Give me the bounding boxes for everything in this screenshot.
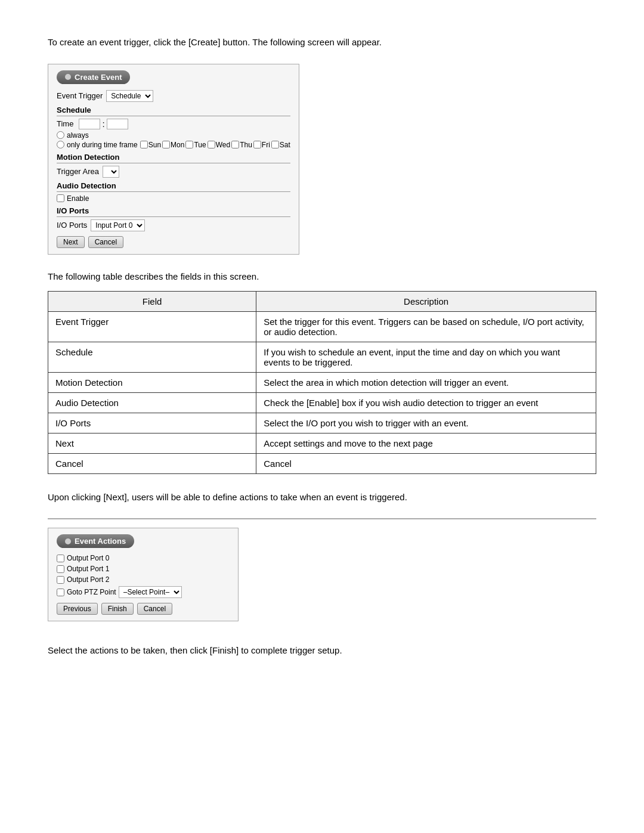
checkbox-mon[interactable]	[162, 141, 170, 148]
dot-icon	[65, 74, 71, 80]
action-checkbox-label-2: Output Port 2	[67, 575, 109, 584]
audio-detection-section-title: Audio Detection	[57, 181, 290, 192]
time-label: Time	[57, 119, 73, 128]
day-fri: Fri	[253, 141, 270, 149]
time-hour-input[interactable]	[79, 119, 100, 129]
intro-text: To create an event trigger, click the [C…	[48, 36, 596, 49]
checkbox-tue[interactable]	[185, 141, 193, 148]
table-cell-desc: Set the trigger for this event. Triggers…	[256, 311, 596, 342]
table-row: Motion DetectionSelect the area in which…	[48, 372, 596, 392]
table-description: The following table describes the fields…	[48, 271, 596, 281]
table-cell-desc: Select the area in which motion detectio…	[256, 372, 596, 392]
audio-enable-checkbox[interactable]	[57, 194, 64, 202]
table-cell-desc: Check the [Enable] box if you wish audio…	[256, 392, 596, 413]
goto-ptz-row: Goto PTZ Point –Select Point–	[57, 586, 226, 598]
table-row: CancelCancel	[48, 453, 596, 473]
radio-always[interactable]	[57, 131, 64, 139]
table-cell-desc: Accept settings and move to the next pag…	[256, 433, 596, 453]
day-sat: Sat	[271, 141, 290, 149]
event-actions-label: Event Actions	[75, 537, 126, 546]
ptz-point-select[interactable]: –Select Point–	[119, 586, 182, 598]
actions-panel-header: Event Actions	[57, 534, 226, 548]
actions-dot-icon	[65, 538, 71, 544]
action-checkbox-2[interactable]	[57, 576, 64, 584]
io-ports-row: I/O Ports Input Port 0	[57, 219, 290, 231]
table-cell-field: Cancel	[48, 453, 256, 473]
checkbox-sat[interactable]	[271, 141, 279, 148]
action-checkbox-label-0: Output Port 0	[67, 554, 109, 562]
checkbox-wed[interactable]	[208, 141, 215, 148]
action-checkbox-1[interactable]	[57, 565, 64, 573]
radio-always-label: always	[67, 131, 89, 140]
table-cell-field: Next	[48, 433, 256, 453]
action-checkbox-label-1: Output Port 1	[67, 565, 109, 573]
create-event-button[interactable]: Create Event	[57, 70, 130, 84]
actions-panel-wrapper: Event Actions Output Port 0Output Port 1…	[48, 518, 596, 638]
footer-text: Select the actions to be taken, then cli…	[48, 644, 596, 658]
table-cell-field: Audio Detection	[48, 392, 256, 413]
next-button[interactable]: Next	[57, 236, 85, 248]
checkbox-thu[interactable]	[231, 141, 239, 148]
table-cell-field: I/O Ports	[48, 413, 256, 433]
io-ports-select[interactable]: Input Port 0	[91, 219, 145, 231]
radio-timeframe[interactable]	[57, 141, 64, 148]
form-buttons: Next Cancel	[57, 236, 290, 248]
trigger-area-select[interactable]	[103, 166, 119, 178]
io-ports-section-title: I/O Ports	[57, 206, 290, 217]
action-checkbox-row: Output Port 1	[57, 565, 226, 573]
time-minute-input[interactable]	[107, 119, 128, 129]
table-row: ScheduleIf you wish to schedule an event…	[48, 342, 596, 372]
day-thu: Thu	[231, 141, 252, 149]
event-trigger-row: Event Trigger Schedule	[57, 90, 290, 102]
action-checkbox-row: Output Port 0	[57, 554, 226, 562]
audio-enable-label: Enable	[67, 194, 89, 203]
finish-button[interactable]: Finish	[101, 603, 134, 615]
trigger-area-label: Trigger Area	[57, 167, 99, 176]
table-row: I/O PortsSelect the I/O port you wish to…	[48, 413, 596, 433]
goto-ptz-checkbox[interactable]	[57, 589, 64, 596]
radio-timeframe-label: only during time frame	[67, 141, 138, 149]
trigger-area-row: Trigger Area	[57, 166, 290, 178]
checkbox-fri[interactable]	[253, 141, 261, 148]
panel-header: Create Event	[57, 70, 290, 84]
upon-clicking-text: Upon clicking [Next], users will be able…	[48, 491, 596, 504]
cancel-button-form[interactable]: Cancel	[88, 236, 123, 248]
table-row: Audio DetectionCheck the [Enable] box if…	[48, 392, 596, 413]
actions-checkboxes: Output Port 0Output Port 1Output Port 2	[57, 554, 226, 584]
day-checkboxes: Sun Mon Tue Wed Thu Fri Sat	[140, 141, 290, 149]
table-cell-field: Motion Detection	[48, 372, 256, 392]
event-trigger-label: Event Trigger	[57, 91, 103, 100]
cancel-button-actions[interactable]: Cancel	[137, 603, 172, 615]
day-sun: Sun	[140, 141, 161, 149]
create-event-label: Create Event	[75, 73, 122, 82]
audio-enable-row: Enable	[57, 194, 290, 203]
table-cell-desc: If you wish to schedule an event, input …	[256, 342, 596, 372]
schedule-section-title: Schedule	[57, 106, 290, 116]
io-ports-label: I/O Ports	[57, 221, 87, 230]
table-cell-field: Event Trigger	[48, 311, 256, 342]
checkbox-sun[interactable]	[140, 141, 148, 148]
goto-ptz-label: Goto PTZ Point	[67, 588, 116, 596]
motion-detection-section-title: Motion Detection	[57, 153, 290, 163]
table-header-field: Field	[48, 291, 256, 311]
time-row: Time :	[57, 119, 290, 129]
radio-always-row: always	[57, 131, 290, 140]
info-table: Field Description Event TriggerSet the t…	[48, 291, 596, 474]
table-header-desc: Description	[256, 291, 596, 311]
create-event-panel: Create Event Event Trigger Schedule Sche…	[48, 64, 299, 255]
time-colon: :	[102, 119, 104, 129]
actions-buttons: Previous Finish Cancel	[57, 603, 226, 615]
table-cell-field: Schedule	[48, 342, 256, 372]
day-mon: Mon	[162, 141, 184, 149]
day-wed: Wed	[208, 141, 230, 149]
event-actions-button[interactable]: Event Actions	[57, 534, 134, 548]
table-row: Event TriggerSet the trigger for this ev…	[48, 311, 596, 342]
event-actions-panel: Event Actions Output Port 0Output Port 1…	[48, 528, 239, 621]
action-checkbox-0[interactable]	[57, 555, 64, 562]
event-trigger-select[interactable]: Schedule	[106, 90, 153, 102]
action-checkbox-row: Output Port 2	[57, 575, 226, 584]
table-row: NextAccept settings and move to the next…	[48, 433, 596, 453]
day-tue: Tue	[185, 141, 206, 149]
radio-timeframe-row: only during time frame Sun Mon Tue Wed T…	[57, 141, 290, 149]
previous-button[interactable]: Previous	[57, 603, 98, 615]
